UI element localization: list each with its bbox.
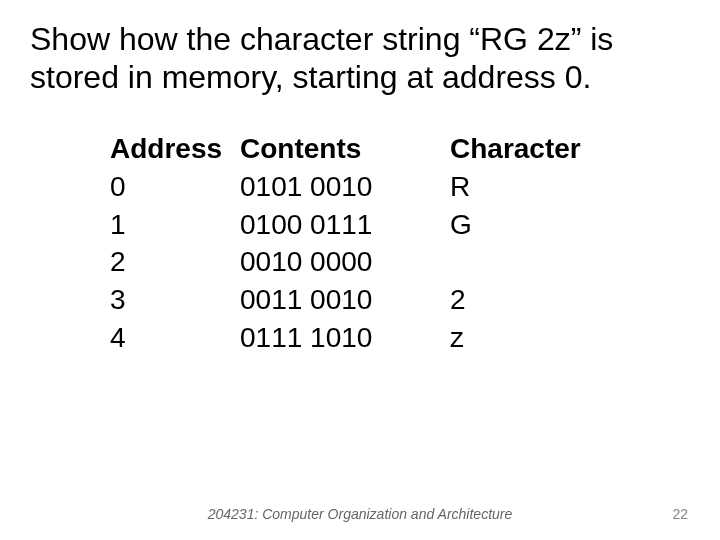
cell-contents: 0010 0000 bbox=[240, 243, 450, 281]
table-row: 1 0100 0111 G bbox=[110, 206, 610, 244]
table-row: 0 0101 0010 R bbox=[110, 168, 610, 206]
slide-footer: 204231: Computer Organization and Archit… bbox=[0, 506, 720, 522]
cell-character: G bbox=[450, 206, 610, 244]
table-row: 4 0111 1010 z bbox=[110, 319, 610, 357]
cell-contents: 0111 1010 bbox=[240, 319, 450, 357]
page-number: 22 bbox=[672, 506, 688, 522]
cell-address: 2 bbox=[110, 243, 240, 281]
cell-character: R bbox=[450, 168, 610, 206]
table-row: 3 0011 0010 2 bbox=[110, 281, 610, 319]
cell-contents: 0011 0010 bbox=[240, 281, 450, 319]
cell-character bbox=[450, 243, 610, 281]
cell-contents: 0100 0111 bbox=[240, 206, 450, 244]
cell-character: z bbox=[450, 319, 610, 357]
cell-address: 0 bbox=[110, 168, 240, 206]
header-contents: Contents bbox=[240, 130, 450, 168]
cell-address: 3 bbox=[110, 281, 240, 319]
slide: Show how the character string “RG 2z” is… bbox=[0, 0, 720, 540]
cell-address: 4 bbox=[110, 319, 240, 357]
slide-title: Show how the character string “RG 2z” is… bbox=[30, 20, 690, 97]
table-row: 2 0010 0000 bbox=[110, 243, 610, 281]
cell-address: 1 bbox=[110, 206, 240, 244]
memory-table: Address Contents Character 0 0101 0010 R… bbox=[110, 130, 610, 357]
header-character: Character bbox=[450, 130, 610, 168]
header-address: Address bbox=[110, 130, 240, 168]
table-header-row: Address Contents Character bbox=[110, 130, 610, 168]
cell-contents: 0101 0010 bbox=[240, 168, 450, 206]
cell-character: 2 bbox=[450, 281, 610, 319]
